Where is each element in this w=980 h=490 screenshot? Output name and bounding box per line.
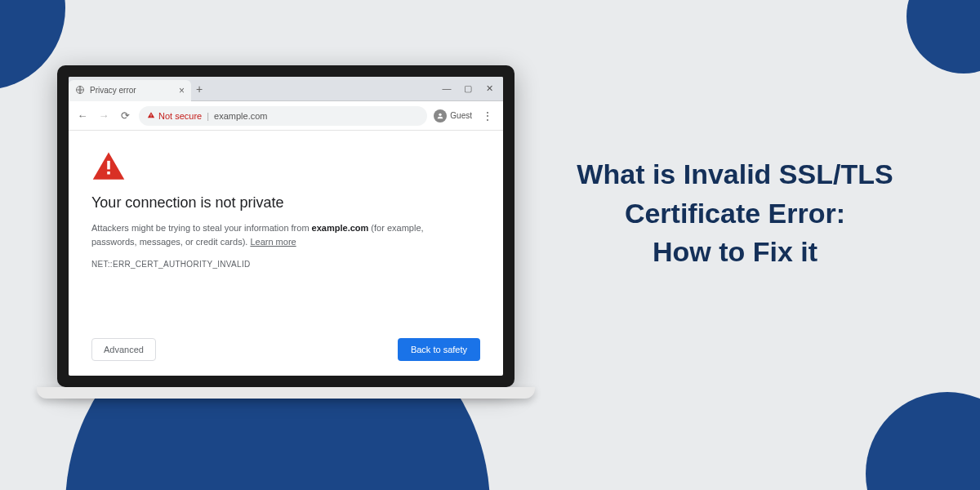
error-page: Your connection is not private Attackers…	[69, 131, 503, 376]
headline-line: Certificate Error:	[539, 194, 931, 234]
svg-rect-5	[107, 172, 110, 175]
url-text: example.com	[214, 111, 267, 121]
action-row: Advanced Back to safety	[91, 338, 480, 361]
globe-icon	[75, 85, 85, 96]
advanced-button[interactable]: Advanced	[91, 338, 156, 361]
window-controls: — ▢ ✕	[441, 83, 503, 94]
warning-triangle-icon	[91, 150, 126, 181]
laptop-bezel: Privacy error × + — ▢ ✕ ← → ⟳	[57, 65, 514, 387]
headline-line: How to Fix it	[539, 233, 931, 272]
decorative-circle	[866, 392, 980, 490]
decorative-circle	[906, 0, 980, 74]
maximize-button[interactable]: ▢	[462, 83, 474, 94]
svg-rect-2	[151, 116, 152, 117]
decorative-circle	[0, 0, 65, 90]
error-code: NET::ERR_CERT_AUTHORITY_INVALID	[91, 260, 480, 269]
close-window-button[interactable]: ✕	[483, 83, 495, 94]
tab-title: Privacy error	[90, 86, 136, 95]
svg-point-3	[439, 113, 442, 115]
tab-strip: Privacy error × + — ▢ ✕	[69, 77, 503, 101]
svg-rect-1	[151, 114, 152, 115]
warning-triangle-icon	[147, 111, 155, 121]
learn-more-link[interactable]: Learn more	[250, 237, 296, 247]
laptop-base	[37, 387, 535, 399]
back-to-safety-button[interactable]: Back to safety	[398, 338, 480, 361]
security-label: Not secure	[158, 111, 202, 121]
svg-rect-4	[107, 161, 110, 170]
avatar-icon	[434, 109, 447, 122]
minimize-button[interactable]: —	[441, 83, 452, 94]
separator: |	[207, 111, 209, 121]
menu-button[interactable]: ⋮	[479, 109, 497, 122]
browser-tab[interactable]: Privacy error ×	[69, 80, 191, 101]
omnibox[interactable]: Not secure | example.com	[139, 106, 427, 126]
headline-line: What is Invalid SSL/TLS	[539, 155, 931, 194]
address-bar: ← → ⟳ Not secure | example.com	[69, 101, 503, 131]
error-body-pre: Attackers might be trying to steal your …	[91, 223, 312, 233]
error-heading: Your connection is not private	[91, 194, 480, 212]
error-domain: example.com	[312, 223, 369, 233]
profile-label: Guest	[450, 111, 472, 120]
back-button[interactable]: ←	[75, 109, 90, 122]
laptop-mockup: Privacy error × + — ▢ ✕ ← → ⟳	[57, 65, 514, 399]
close-tab-icon[interactable]: ×	[179, 85, 185, 96]
reload-button[interactable]: ⟳	[118, 109, 132, 122]
security-indicator[interactable]: Not secure	[147, 111, 202, 121]
profile-chip[interactable]: Guest	[434, 109, 472, 122]
error-description: Attackers might be trying to steal your …	[91, 221, 434, 248]
article-headline: What is Invalid SSL/TLS Certificate Erro…	[539, 155, 931, 272]
new-tab-button[interactable]: +	[191, 82, 207, 96]
browser-window: Privacy error × + — ▢ ✕ ← → ⟳	[69, 77, 503, 376]
forward-button[interactable]: →	[96, 109, 111, 122]
